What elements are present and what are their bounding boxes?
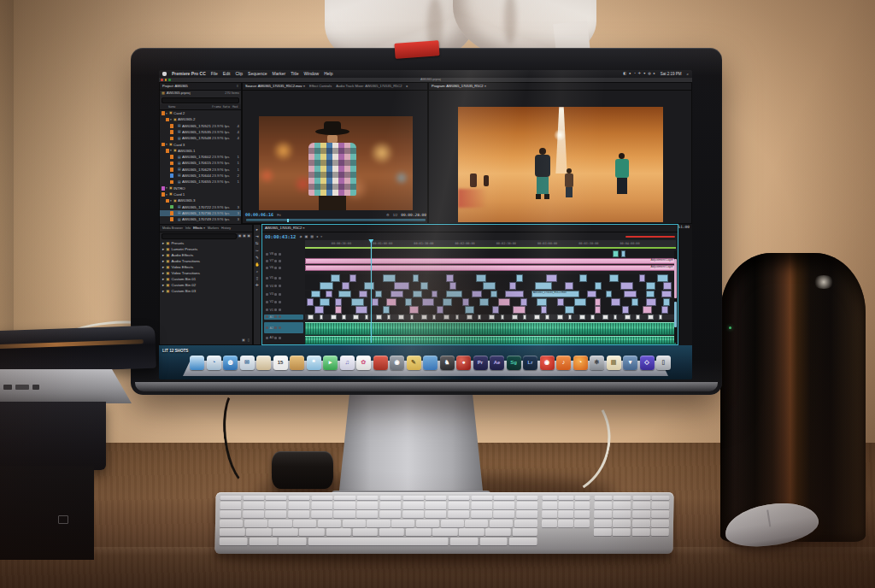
source-current-timecode[interactable]: 00:00:06:16 [245,213,273,218]
audio-sub-clip[interactable] [602,315,608,320]
program-tab[interactable]: Program: AW0365_170535_R5C2 × [432,85,486,89]
dock-icon-trash[interactable]: ▯ [656,356,671,370]
project-row[interactable]: ▤AW0365_17065523.976 fps1 [160,179,241,185]
effects-tab-2[interactable]: Effects × [193,226,205,230]
source-tab-1[interactable]: Effect Controls [309,85,332,89]
twirl-icon[interactable]: ▸ [162,241,164,245]
menu-item-edit[interactable]: Edit [223,72,231,77]
twirl-icon[interactable]: ▸ [162,265,164,269]
menu-item-sequence[interactable]: Sequence [248,72,267,77]
timeline-clip[interactable] [622,306,629,314]
project-tab[interactable]: Project: AW0365 [162,85,188,89]
source-settings-icon[interactable]: ⚙ [386,214,390,218]
project-search-field[interactable] [161,97,239,103]
timeline-tool-icon[interactable]: ◈ [299,235,302,239]
source-playhead[interactable] [287,219,289,222]
project-row[interactable]: ▾▣AW0365.3 [160,197,241,203]
dock-icon-photos[interactable]: ✿ [356,356,371,370]
timeline-clip[interactable] [326,291,332,298]
dock-icon-mail[interactable]: ✉ [240,356,255,370]
adjustment-layer-label[interactable]: Adjustment Layer [650,259,674,262]
effects-item[interactable]: ▸▣Custom Bin 01 [160,276,252,282]
effects-item[interactable]: ▸▣Presets [160,240,252,246]
column-frame-rate[interactable]: Frame Rate [212,105,232,109]
project-row[interactable]: ▤AW0365_17060223.976 fps1 [160,154,241,160]
track-header[interactable]: V2 [264,298,303,306]
audio-sub-clip[interactable] [353,315,359,320]
project-row[interactable]: ▤AW0365_17053523.976 fps4 [160,129,241,135]
dock-icon-pixelmator[interactable]: ◇ [640,356,655,370]
timeline-clip[interactable] [446,291,462,298]
timeline-clip[interactable] [483,282,496,290]
audio-sub-clip[interactable] [455,315,459,320]
audio-sub-clip[interactable] [421,315,427,320]
twirl-icon[interactable]: ▸ [162,259,164,263]
timeline-clip[interactable] [661,306,669,314]
timeline-clip[interactable] [349,274,356,282]
close-button[interactable] [161,79,163,81]
dock-icon-redapp[interactable] [373,356,388,370]
timeline-clip[interactable] [557,298,564,306]
audio-sub-clip[interactable] [342,315,345,320]
timeline-clip[interactable] [490,291,497,298]
effects-item[interactable]: ▸▣Custom Bin 02 [160,282,252,288]
project-row[interactable]: ▾▣AW0365.2 [160,116,241,122]
dock-icon-creativecloud[interactable]: ◉ [540,356,555,370]
timeline-clip[interactable] [320,298,329,306]
source-tab-0[interactable]: Source: AW0365_170535_R5C2.mov × [245,85,305,89]
timeline-tool-icon[interactable]: ▣ [305,235,308,239]
menu-item-help[interactable]: Help [324,72,332,77]
timeline-clip[interactable] [639,274,646,282]
dock-icon-firefox[interactable]: ◔ [573,356,588,370]
track-name[interactable]: V2 [270,300,273,303]
effects-tab-4[interactable]: History [221,226,231,230]
twirl-icon[interactable]: ▸ [162,253,164,257]
audio-sub-clip[interactable] [320,315,323,320]
tool-icon[interactable]: ⌕ [256,269,259,273]
source-tab-3[interactable]: ▸ [406,85,408,89]
audio-sub-clip[interactable] [636,315,639,320]
timeline-clip[interactable] [520,298,527,306]
timeline-clip[interactable] [383,306,390,314]
dock-icon-facetime[interactable]: ▸ [323,356,338,370]
status-icon[interactable]: ▸ [654,72,655,76]
menu-clock[interactable]: Sat 2:19 PM [661,72,682,76]
status-icon[interactable]: ✛ [638,72,641,76]
program-video[interactable] [458,107,663,222]
timeline-clip[interactable] [472,291,481,298]
effects-filter-button[interactable]: ▣ [247,234,250,238]
project-row[interactable]: ▤AW0365_17052123.976 fps4 [160,123,241,129]
track-name[interactable]: A2 [270,326,273,330]
timeline-clip[interactable] [579,274,587,282]
audio-sub-clip[interactable] [579,315,585,320]
timeline-clip[interactable] [331,274,340,282]
audio-sub-clip[interactable] [376,315,382,320]
timeline-clip[interactable] [657,274,668,282]
audio-sub-clip[interactable] [501,315,504,320]
track-name[interactable]: V7 [270,259,273,262]
timeline-clip[interactable] [606,291,613,298]
timeline-clip[interactable] [535,282,552,290]
timeline-clip[interactable] [338,291,351,298]
project-row[interactable]: ▾▣Card 1 [160,191,241,197]
audio-sub-clip[interactable] [467,315,473,320]
timeline-clip[interactable] [631,298,638,306]
effects-filter-button[interactable]: ▣ [243,234,246,238]
audio-sub-clip[interactable] [331,315,337,320]
timeline-clip[interactable] [432,291,438,298]
project-file-name[interactable]: AW0365.prproj [167,91,191,96]
timeline-clip[interactable] [595,282,602,290]
timeline-clip[interactable] [443,298,452,306]
track-header[interactable]: V6 [264,265,303,271]
dock-icon-itunes[interactable]: ♫ [340,356,355,370]
timeline-clip[interactable] [391,291,404,298]
status-icon[interactable]: ◧ [623,72,626,76]
audio-sub-clip[interactable] [387,315,391,320]
timeline-clip[interactable] [364,282,373,290]
twirl-icon[interactable]: ▸ [162,277,164,281]
track-name[interactable]: V3 [270,292,273,296]
track-header[interactable]: A1 [264,315,303,320]
tool-icon[interactable]: ▸ [256,227,258,232]
project-row[interactable]: ▤AW0365_17073623.976 fps3 [160,210,241,216]
effects-tab-0[interactable]: Media Browser [162,226,183,230]
